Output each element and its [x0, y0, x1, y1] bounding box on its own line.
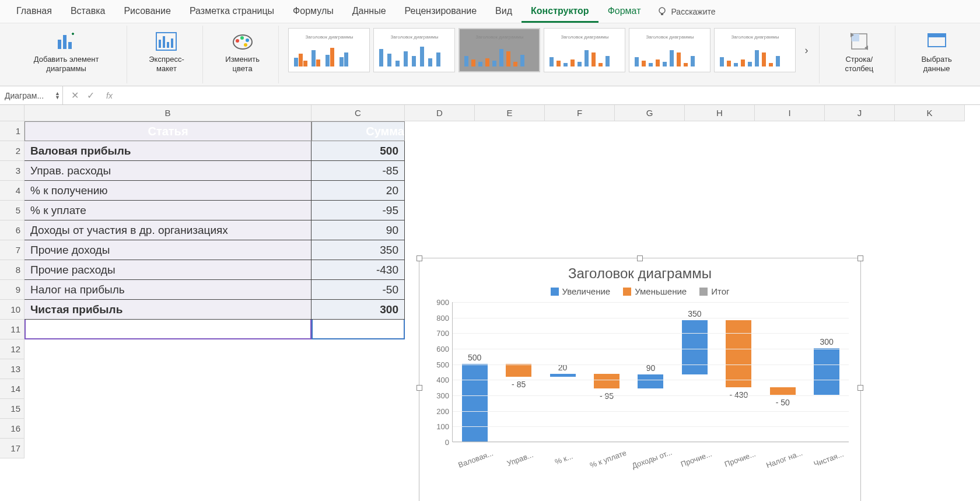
table-cell[interactable]: Доходы от участия в др. организациях	[24, 220, 312, 240]
table-cell[interactable]: Налог на прибыль	[24, 280, 312, 300]
select-data-button[interactable]: Выбрать данные	[905, 28, 968, 74]
table-cell[interactable]: -430	[312, 260, 405, 280]
row-header-16[interactable]: 16	[0, 419, 24, 439]
tell-me[interactable]: Расскажите	[657, 6, 715, 17]
table-cell[interactable]: Управ. расходы	[24, 161, 312, 181]
table-cell[interactable]: 300	[312, 300, 405, 320]
chart-object[interactable]: Заголовок диаграммы УвеличениеУменьшение…	[419, 258, 861, 501]
legend-item[interactable]: Итог	[699, 286, 729, 296]
tab-конструктор[interactable]: Конструктор	[522, 0, 598, 23]
row-header-8[interactable]: 8	[0, 260, 24, 280]
row-header-12[interactable]: 12	[0, 339, 24, 359]
row-header-1[interactable]: 1	[0, 121, 24, 141]
table-cell[interactable]: 90	[312, 220, 405, 240]
row-header-4[interactable]: 4	[0, 181, 24, 201]
column-header-H[interactable]: H	[685, 105, 755, 121]
bar[interactable]	[726, 320, 751, 387]
worksheet[interactable]: 1234567891011121314151617 BCDEFGHIJK Ста…	[0, 105, 980, 501]
y-tick-label: 600	[426, 345, 449, 353]
row-header-9[interactable]: 9	[0, 280, 24, 300]
row-header-6[interactable]: 6	[0, 220, 24, 240]
table-cell[interactable]: Валовая прибыль	[24, 141, 312, 161]
change-colors-button[interactable]: Изменить цвета	[212, 28, 273, 74]
tab-формат[interactable]: Формат	[598, 0, 650, 23]
table-cell[interactable]: % к уплате	[24, 201, 312, 220]
table-cell[interactable]: -85	[312, 161, 405, 181]
bar[interactable]	[814, 348, 839, 395]
table-cell[interactable]: Чистая прибыль	[24, 300, 312, 320]
tab-рисование[interactable]: Рисование	[114, 0, 180, 23]
cancel-icon[interactable]: ✕	[71, 90, 79, 101]
bar[interactable]	[462, 364, 488, 442]
select-all-corner[interactable]	[0, 105, 24, 121]
data-table[interactable]: Статья Сумма Валовая прибыль500Управ. ра…	[24, 121, 405, 320]
table-cell[interactable]: Прочие доходы	[24, 240, 312, 260]
chart-style-3[interactable]: Заголовок диаграммы	[459, 28, 540, 72]
chart-style-4[interactable]: Заголовок диаграммы	[544, 28, 625, 72]
table-cell[interactable]: -95	[312, 201, 405, 220]
resize-handle[interactable]	[416, 385, 422, 391]
column-header-B[interactable]: B	[24, 105, 312, 121]
plot-area[interactable]: 500- 8520- 9590350- 430- 50300 010020030…	[452, 302, 849, 442]
bar[interactable]	[682, 320, 708, 374]
row-header-10[interactable]: 10	[0, 300, 24, 320]
bar[interactable]	[638, 374, 663, 388]
spinner-icon[interactable]: ▲▼	[55, 92, 60, 100]
tab-данные[interactable]: Данные	[343, 0, 396, 23]
chart-style-2[interactable]: Заголовок диаграммы	[373, 28, 455, 72]
row-header-2[interactable]: 2	[0, 141, 24, 161]
table-header[interactable]: Сумма	[312, 121, 405, 141]
chart-style-6[interactable]: Заголовок диаграммы	[714, 28, 796, 72]
tab-формулы[interactable]: Формулы	[284, 0, 343, 23]
table-cell[interactable]: 20	[312, 181, 405, 201]
resize-handle[interactable]	[637, 255, 643, 261]
bar[interactable]	[550, 374, 576, 377]
row-header-17[interactable]: 17	[0, 439, 24, 458]
enter-icon[interactable]: ✓	[87, 90, 94, 101]
tab-главная[interactable]: Главная	[7, 0, 61, 23]
table-header[interactable]: Статья	[24, 121, 312, 141]
column-header-K[interactable]: K	[895, 105, 965, 121]
bar[interactable]	[594, 374, 620, 388]
row-header-14[interactable]: 14	[0, 379, 24, 399]
legend-item[interactable]: Уменьшение	[623, 286, 687, 296]
tab-вид[interactable]: Вид	[486, 0, 522, 23]
chart-legend[interactable]: УвеличениеУменьшениеИтог	[419, 286, 860, 296]
resize-handle[interactable]	[858, 385, 863, 391]
chart-title[interactable]: Заголовок диаграммы	[419, 265, 860, 282]
table-cell[interactable]: 500	[312, 141, 405, 161]
tab-разметка страницы[interactable]: Разметка страницы	[180, 0, 284, 23]
switch-row-column-button[interactable]: Строка/столбец	[829, 28, 889, 74]
resize-handle[interactable]	[858, 255, 863, 261]
row-header-5[interactable]: 5	[0, 201, 24, 220]
resize-handle[interactable]	[416, 255, 422, 261]
row-header-13[interactable]: 13	[0, 359, 24, 379]
row-header-15[interactable]: 15	[0, 399, 24, 419]
legend-item[interactable]: Увеличение	[551, 286, 611, 296]
tab-рецензирование[interactable]: Рецензирование	[396, 0, 487, 23]
table-cell[interactable]: % к получению	[24, 181, 312, 201]
column-header-I[interactable]: I	[755, 105, 825, 121]
column-header-E[interactable]: E	[475, 105, 545, 121]
table-cell[interactable]: 350	[312, 240, 405, 260]
add-chart-element-button[interactable]: Добавить элемент диаграммы	[12, 28, 121, 74]
row-header-11[interactable]: 11	[0, 320, 24, 339]
table-cell[interactable]: -50	[312, 280, 405, 300]
column-header-D[interactable]: D	[405, 105, 475, 121]
row-header-3[interactable]: 3	[0, 161, 24, 181]
chart-style-5[interactable]: Заголовок диаграммы	[629, 28, 710, 72]
bar[interactable]	[770, 387, 796, 395]
column-header-C[interactable]: C	[312, 105, 405, 121]
quick-layout-button[interactable]: Экспресс-макет	[136, 28, 197, 74]
more-styles-button[interactable]: ›	[799, 28, 813, 72]
column-header-J[interactable]: J	[825, 105, 895, 121]
bar[interactable]	[506, 364, 531, 377]
fx-label[interactable]: fx	[103, 91, 113, 100]
column-header-G[interactable]: G	[615, 105, 685, 121]
tab-вставка[interactable]: Вставка	[61, 0, 114, 23]
column-header-F[interactable]: F	[545, 105, 615, 121]
name-box[interactable]: Диаграм... ▲▼	[0, 86, 63, 105]
row-header-7[interactable]: 7	[0, 240, 24, 260]
chart-style-1[interactable]: Заголовок диаграммы	[288, 28, 370, 72]
table-cell[interactable]: Прочие расходы	[24, 260, 312, 280]
